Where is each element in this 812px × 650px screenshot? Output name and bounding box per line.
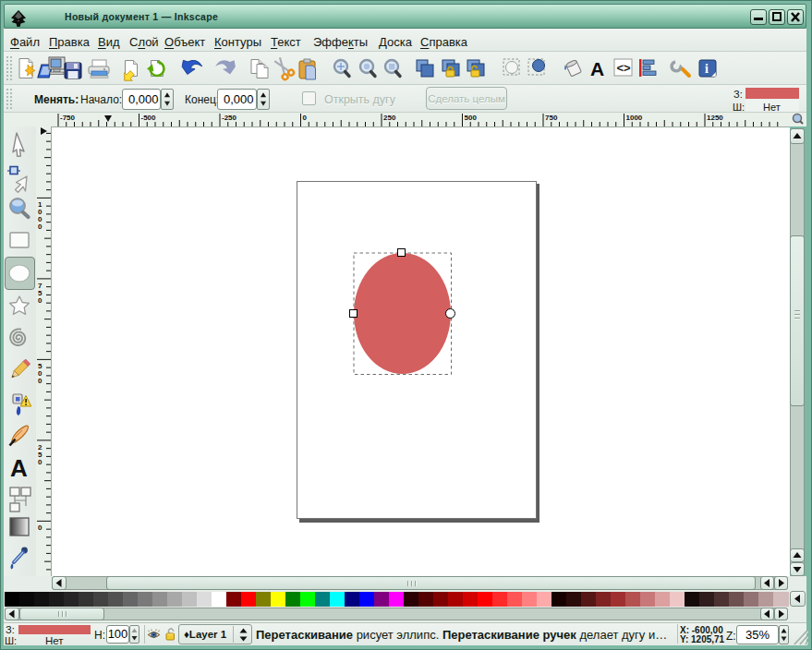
svg-text:A: A xyxy=(590,58,604,79)
svg-text:i: i xyxy=(705,62,709,76)
svg-text:1000: 1000 xyxy=(626,114,643,122)
svg-text:-500: -500 xyxy=(141,114,157,122)
svg-text:-750: -750 xyxy=(60,114,76,122)
svg-text:1250: 1250 xyxy=(707,114,723,122)
svg-text:0: 0 xyxy=(38,223,42,231)
svg-text:-250: -250 xyxy=(222,114,237,122)
svg-text:0: 0 xyxy=(38,524,42,532)
svg-text:0: 0 xyxy=(303,114,308,122)
svg-text:0: 0 xyxy=(38,296,42,305)
svg-text:250: 250 xyxy=(383,114,396,122)
svg-text:750: 750 xyxy=(545,114,558,122)
svg-text:0: 0 xyxy=(38,377,42,385)
svg-text:A: A xyxy=(10,454,28,482)
svg-text:0: 0 xyxy=(38,458,42,466)
svg-text:500: 500 xyxy=(465,114,478,122)
svg-text:<>: <> xyxy=(617,61,632,75)
